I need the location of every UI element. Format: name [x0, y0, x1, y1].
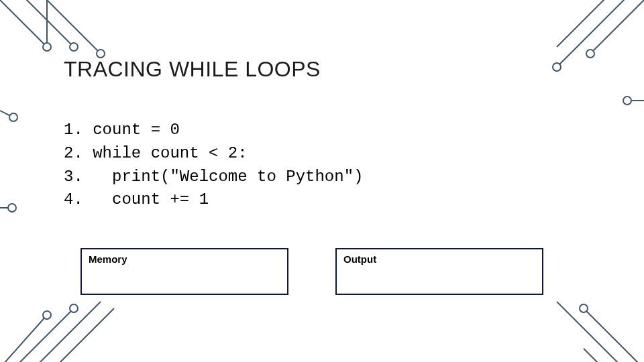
- line-number: 1.: [64, 119, 83, 142]
- svg-point-23: [623, 97, 631, 105]
- svg-line-0: [0, 0, 47, 47]
- code-text: count = 0: [83, 121, 180, 139]
- trace-boxes: Memory Output: [80, 248, 543, 295]
- svg-point-16: [70, 304, 78, 312]
- slide-content: TRACING WHILE LOOPS 1. count = 0 2. whil…: [64, 57, 604, 212]
- svg-line-26: [584, 349, 624, 362]
- line-number: 3.: [64, 166, 83, 189]
- svg-line-24: [584, 308, 644, 362]
- svg-point-10: [8, 204, 16, 212]
- code-line: 3. print("Welcome to Python"): [64, 166, 604, 189]
- slide-title: TRACING WHILE LOOPS: [64, 57, 604, 82]
- code-block: 1. count = 0 2. while count < 2: 3. prin…: [64, 119, 604, 212]
- code-text: print("Welcome to Python"): [83, 168, 364, 186]
- code-text: count += 1: [83, 190, 209, 208]
- svg-line-12: [7, 308, 74, 362]
- svg-line-17: [590, 0, 644, 54]
- svg-point-5: [70, 43, 78, 51]
- memory-box: Memory: [80, 248, 288, 295]
- code-line: 4. count += 1: [64, 188, 604, 212]
- output-box: Output: [335, 248, 543, 295]
- svg-line-1: [13, 0, 74, 47]
- svg-point-27: [580, 304, 588, 312]
- code-text: while count < 2:: [83, 144, 248, 162]
- svg-line-11: [0, 315, 47, 362]
- svg-point-4: [43, 43, 51, 51]
- svg-line-14: [47, 308, 114, 362]
- svg-line-13: [27, 302, 101, 362]
- code-line: 2. while count < 2:: [64, 142, 604, 166]
- output-label: Output: [343, 253, 535, 265]
- memory-label: Memory: [89, 253, 280, 265]
- svg-point-15: [43, 311, 51, 319]
- svg-point-8: [9, 113, 17, 121]
- line-number: 2.: [64, 142, 83, 166]
- svg-line-19: [557, 0, 617, 47]
- line-number: 4.: [64, 188, 83, 212]
- code-line: 1. count = 0: [64, 119, 604, 142]
- svg-line-25: [557, 302, 637, 362]
